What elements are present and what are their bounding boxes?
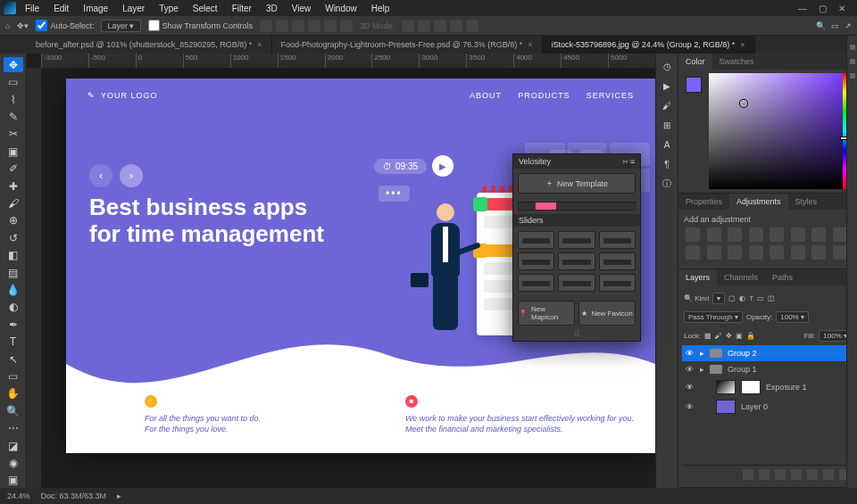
- blend-mode-select[interactable]: Pass Through ▾: [684, 311, 743, 323]
- new-favicon-button[interactable]: ★New Favicon: [578, 301, 636, 326]
- curves-adj-icon[interactable]: [728, 227, 742, 242]
- slider-preset[interactable]: [599, 231, 636, 249]
- panel-collapse-icon[interactable]: ››: [622, 157, 628, 166]
- document-tab[interactable]: before_after.psd @ 101% (shutterstock_85…: [27, 36, 272, 54]
- levels-adj-icon[interactable]: [707, 227, 721, 242]
- layer-row[interactable]: 👁▸Group 1: [682, 361, 853, 377]
- filter-type-icon[interactable]: T: [749, 294, 753, 302]
- channels-tab[interactable]: Channels: [717, 269, 765, 285]
- swatches-tab[interactable]: Swatches: [712, 54, 761, 70]
- filter-adj-icon[interactable]: ◐: [739, 294, 745, 302]
- tab-close-icon[interactable]: ×: [257, 40, 262, 49]
- bw-adj-icon[interactable]: [833, 227, 847, 242]
- menu-edit[interactable]: Edit: [48, 4, 74, 13]
- lock-position-icon[interactable]: ✥: [726, 332, 732, 340]
- close-icon[interactable]: ✕: [836, 4, 848, 13]
- gradient-tool[interactable]: ▤: [4, 265, 23, 280]
- foreground-background-swatch[interactable]: ◪: [4, 438, 23, 453]
- foreground-color-swatch[interactable]: [686, 77, 702, 93]
- slider-preset[interactable]: [599, 252, 636, 270]
- workspace-icon[interactable]: ▭: [831, 21, 839, 30]
- colorlookup-adj-icon[interactable]: [728, 245, 742, 260]
- document-tab[interactable]: Food-Photography-Lightroom-Presets-Free.…: [272, 36, 543, 54]
- auto-select-checkbox[interactable]: Auto-Select:: [36, 20, 94, 31]
- template-preview-strip[interactable]: [518, 202, 636, 211]
- gradientmap-adj-icon[interactable]: [811, 245, 826, 260]
- align-top-icon[interactable]: [308, 20, 320, 32]
- frame-tool[interactable]: ▣: [4, 144, 23, 159]
- layers-tab[interactable]: Layers: [678, 269, 717, 285]
- layer-row[interactable]: 👁▸Group 2: [682, 345, 853, 361]
- photofilter-adj-icon[interactable]: [686, 245, 700, 260]
- paragraph-panel-icon[interactable]: ¶: [660, 157, 674, 171]
- color-tab[interactable]: Color: [678, 54, 712, 70]
- brushes-panel-icon[interactable]: 🖌: [660, 98, 674, 112]
- new-adjustment-layer-icon[interactable]: [791, 469, 802, 480]
- panel-menu-icon[interactable]: ≡: [630, 157, 635, 166]
- navigator-icon[interactable]: [850, 59, 855, 64]
- slider-preset[interactable]: [518, 274, 554, 292]
- eraser-tool[interactable]: ◧: [4, 247, 23, 262]
- tab-close-icon[interactable]: ×: [740, 40, 745, 49]
- quick-mask-icon[interactable]: ◉: [4, 455, 23, 470]
- eyedropper-tool[interactable]: ✐: [4, 161, 23, 176]
- lock-transparency-icon[interactable]: ▩: [704, 332, 711, 340]
- status-chevron-icon[interactable]: ▸: [117, 492, 121, 500]
- threeD-orbit-icon[interactable]: [402, 20, 414, 32]
- auto-select-target-select[interactable]: Layer ▾: [101, 20, 140, 32]
- channelmixer-adj-icon[interactable]: [707, 245, 721, 260]
- menu-view[interactable]: View: [287, 4, 317, 13]
- exposure-adj-icon[interactable]: [749, 227, 763, 242]
- menu-3d[interactable]: 3D: [261, 4, 283, 13]
- selectivecolor-adj-icon[interactable]: [833, 245, 847, 260]
- menu-image[interactable]: Image: [78, 4, 113, 13]
- minimize-icon[interactable]: —: [796, 4, 809, 13]
- new-mapicon-button[interactable]: 📍New Mapicon: [518, 301, 575, 326]
- new-group-icon[interactable]: [807, 469, 818, 480]
- menu-layer[interactable]: Layer: [117, 4, 150, 13]
- chevron-right-icon[interactable]: ▸: [700, 365, 704, 374]
- align-left-icon[interactable]: [260, 20, 272, 32]
- marquee-tool[interactable]: ▭: [4, 74, 23, 89]
- clone-source-panel-icon[interactable]: ⊞: [660, 118, 674, 132]
- visibility-icon[interactable]: 👁: [684, 382, 695, 392]
- search-icon[interactable]: 🔍: [816, 21, 826, 30]
- threeD-pan-icon[interactable]: [434, 20, 446, 32]
- menu-window[interactable]: Window: [320, 4, 362, 13]
- edit-toolbar-icon[interactable]: ⋯: [4, 421, 23, 436]
- tab-close-icon[interactable]: ×: [528, 40, 532, 49]
- resize-grip-icon[interactable]: ⠿: [513, 330, 640, 341]
- filter-smart-icon[interactable]: ◫: [768, 294, 775, 302]
- zoom-readout[interactable]: 24.4%: [7, 492, 30, 500]
- layer-row[interactable]: 👁Layer 0: [682, 397, 853, 417]
- hue-adj-icon[interactable]: [791, 227, 805, 242]
- path-select-tool[interactable]: ↖: [4, 351, 23, 367]
- menu-file[interactable]: File: [20, 4, 45, 13]
- lock-artboard-icon[interactable]: ▣: [736, 332, 743, 340]
- quick-select-tool[interactable]: ✎: [4, 109, 23, 124]
- slider-preset[interactable]: [558, 231, 595, 249]
- actions-panel-icon[interactable]: ▶: [660, 78, 674, 93]
- document-tab[interactable]: iStock-535796896.jpg @ 24.4% (Group 2, R…: [543, 36, 755, 54]
- zoom-tool[interactable]: 🔍: [4, 403, 23, 418]
- slider-preset[interactable]: [558, 252, 595, 270]
- show-transform-checkbox[interactable]: Show Transform Controls: [148, 20, 254, 31]
- visibility-icon[interactable]: 👁: [684, 364, 695, 375]
- screen-mode-icon[interactable]: ▣: [4, 473, 23, 488]
- healing-brush-tool[interactable]: ✚: [4, 178, 23, 194]
- threshold-adj-icon[interactable]: [791, 245, 805, 260]
- move-tool[interactable]: ✥: [4, 57, 23, 72]
- filter-pixel-icon[interactable]: ▢: [728, 294, 736, 302]
- layer-row[interactable]: 👁Exposure 1: [682, 377, 853, 397]
- history-panel-icon[interactable]: ◷: [660, 59, 674, 73]
- menu-filter[interactable]: Filter: [227, 4, 257, 13]
- new-layer-icon[interactable]: [823, 469, 834, 480]
- layer-style-icon[interactable]: [759, 469, 770, 480]
- slider-preset[interactable]: [599, 274, 636, 292]
- align-bottom-icon[interactable]: [340, 20, 353, 32]
- layer-mask-icon[interactable]: [775, 469, 786, 480]
- align-right-icon[interactable]: [292, 20, 304, 32]
- opacity-input[interactable]: 100% ▾: [776, 311, 809, 323]
- histogram-icon[interactable]: [850, 73, 855, 78]
- home-icon[interactable]: ⌂: [5, 21, 10, 30]
